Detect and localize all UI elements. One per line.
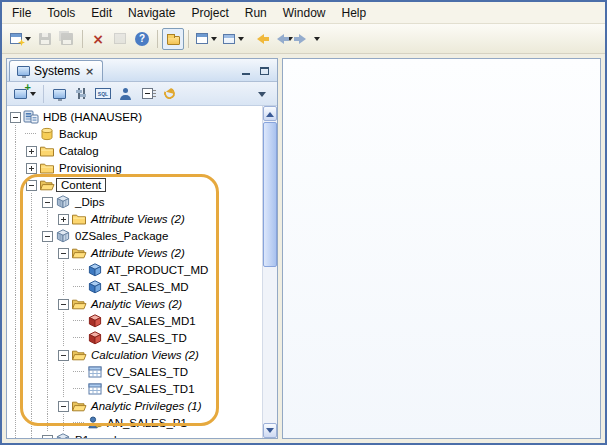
- tree-indent-guide: [39, 244, 55, 261]
- tree-item-attribute-views-2[interactable]: Attribute Views (2): [7, 244, 262, 261]
- tree-item-attribute-views-2[interactable]: Attribute Views (2): [7, 210, 262, 227]
- scroll-up-button[interactable]: [263, 106, 277, 121]
- tree-item-av-sales-td[interactable]: AV_SALES_TD: [7, 329, 262, 346]
- help-button[interactable]: [131, 28, 153, 50]
- scroll-down-button[interactable]: [263, 423, 277, 438]
- expander-minus-icon[interactable]: [39, 193, 55, 210]
- open-editor-button[interactable]: [220, 28, 247, 50]
- tree-item-cv-sales-td[interactable]: CV_SALES_TD: [7, 363, 262, 380]
- menu-item-navigate[interactable]: Navigate: [120, 4, 183, 22]
- expander-minus-icon[interactable]: [7, 108, 23, 125]
- refresh-button[interactable]: [158, 83, 180, 105]
- expander-plus-icon[interactable]: [55, 210, 71, 227]
- sql-console-button[interactable]: SQL: [92, 83, 114, 105]
- tree-indent-guide: [7, 125, 23, 142]
- last-edit-location-button[interactable]: [247, 28, 269, 50]
- tree-item-b1-package[interactable]: B1_package: [7, 431, 262, 438]
- forward-button[interactable]: [296, 28, 323, 50]
- menu-item-edit[interactable]: Edit: [83, 4, 120, 22]
- tree-item-backup[interactable]: Backup: [7, 125, 262, 142]
- tree-indent-guide: [23, 210, 39, 227]
- tree-item-0zsales-package[interactable]: 0ZSales_Package: [7, 227, 262, 244]
- systems-toolbar: SQL: [7, 82, 277, 106]
- tree-item-label: HDB (HANAUSER): [40, 111, 145, 123]
- find-system-button[interactable]: [114, 83, 136, 105]
- collapse-all-button[interactable]: [136, 83, 158, 105]
- tab-close-icon[interactable]: ×: [84, 66, 95, 77]
- tree-item-label: CV_SALES_TD: [104, 366, 191, 378]
- tree-item-dips[interactable]: _Dips: [7, 193, 262, 210]
- tree-item-cv-sales-td1[interactable]: CV_SALES_TD1: [7, 380, 262, 397]
- save-all-button: [56, 28, 78, 50]
- administration-button[interactable]: [70, 83, 92, 105]
- minimize-view-button[interactable]: [237, 63, 254, 78]
- tree-indent-guide: [23, 431, 39, 438]
- menu-item-help[interactable]: Help: [333, 4, 374, 22]
- expander-minus-icon[interactable]: [39, 227, 55, 244]
- app-window: FileToolsEditNavigateProjectRunWindowHel…: [0, 0, 607, 445]
- new-window-button[interactable]: [193, 28, 220, 50]
- add-system-button[interactable]: [11, 83, 39, 105]
- system-monitor-button[interactable]: [48, 83, 70, 105]
- menu-item-project[interactable]: Project: [183, 4, 236, 22]
- tree-item-at-sales-md[interactable]: AT_SALES_MD: [7, 278, 262, 295]
- collapse-all-icon: [142, 88, 153, 99]
- console-folder-icon: [167, 36, 180, 45]
- scrollbar-thumb[interactable]: [263, 122, 277, 267]
- tree-item-analytic-views-2[interactable]: Analytic Views (2): [7, 295, 262, 312]
- tree-item-av-sales-md1[interactable]: AV_SALES_MD1: [7, 312, 262, 329]
- toolbar-separator: [157, 30, 158, 48]
- tree-item-hdb-hanauser[interactable]: HDB (HANAUSER): [7, 108, 262, 125]
- tree-leaf-stub: [71, 261, 87, 278]
- attribute-view-icon: [87, 262, 104, 278]
- tree-indent-guide: [7, 295, 23, 312]
- delete-button[interactable]: [87, 28, 109, 50]
- tree-indent-guide: [23, 312, 39, 329]
- expander-plus-icon[interactable]: [23, 142, 39, 159]
- expander-minus-icon[interactable]: [55, 346, 71, 363]
- maximize-view-button[interactable]: [256, 63, 273, 78]
- backup-icon: [39, 126, 56, 142]
- tree-item-label: AN_SALES_P1: [104, 417, 190, 429]
- expander-minus-icon[interactable]: [55, 397, 71, 414]
- expander-plus-icon[interactable]: [23, 159, 39, 176]
- tree-item-an-sales-p1[interactable]: AN_SALES_P1: [7, 414, 262, 431]
- expander-minus-icon[interactable]: [23, 176, 39, 193]
- menu-item-window[interactable]: Window: [275, 4, 334, 22]
- back-button[interactable]: [269, 28, 296, 50]
- scroll-up-icon: [266, 108, 274, 117]
- expander-minus-icon[interactable]: [55, 295, 71, 312]
- window-icon: [196, 33, 208, 44]
- clear-icon: [114, 33, 126, 44]
- tree-item-at-product-md[interactable]: AT_PRODUCT_MD: [7, 261, 262, 278]
- expander-minus-icon[interactable]: [55, 244, 71, 261]
- tree-item-calculation-views-2[interactable]: Calculation Views (2): [7, 346, 262, 363]
- tree-item-analytic-privileges-1[interactable]: Analytic Privileges (1): [7, 397, 262, 414]
- minimize-icon: [242, 73, 250, 75]
- expander-plus-icon[interactable]: [39, 431, 55, 438]
- dropdown-arrow-icon: [238, 37, 244, 41]
- tab-systems[interactable]: Systems ×: [9, 60, 103, 81]
- vertical-scrollbar[interactable]: [262, 106, 277, 438]
- new-button[interactable]: [7, 28, 34, 50]
- refresh-icon: [162, 86, 177, 101]
- tree-item-label: B1_package: [72, 434, 142, 439]
- menu-bar: FileToolsEditNavigateProjectRunWindowHel…: [2, 2, 605, 24]
- tree-indent-guide: [7, 329, 23, 346]
- tree-indent-guide: [39, 295, 55, 312]
- menu-item-run[interactable]: Run: [237, 4, 275, 22]
- tree-indent-guide: [23, 329, 39, 346]
- open-console-button[interactable]: [162, 28, 184, 50]
- menu-item-tools[interactable]: Tools: [39, 4, 83, 22]
- tree-item-content[interactable]: Content: [7, 176, 262, 193]
- tree-indent-guide: [23, 363, 39, 380]
- view-menu-button[interactable]: [251, 83, 273, 105]
- tree-item-label: AV_SALES_MD1: [104, 315, 199, 327]
- menu-item-file[interactable]: File: [4, 4, 39, 22]
- tree-item-provisioning[interactable]: Provisioning: [7, 159, 262, 176]
- view-header-buttons: [237, 63, 277, 81]
- systems-view-icon: [17, 66, 30, 76]
- tree-item-catalog[interactable]: Catalog: [7, 142, 262, 159]
- tree-item-label: AT_SALES_MD: [104, 281, 192, 293]
- scrollbar-track[interactable]: [263, 121, 277, 423]
